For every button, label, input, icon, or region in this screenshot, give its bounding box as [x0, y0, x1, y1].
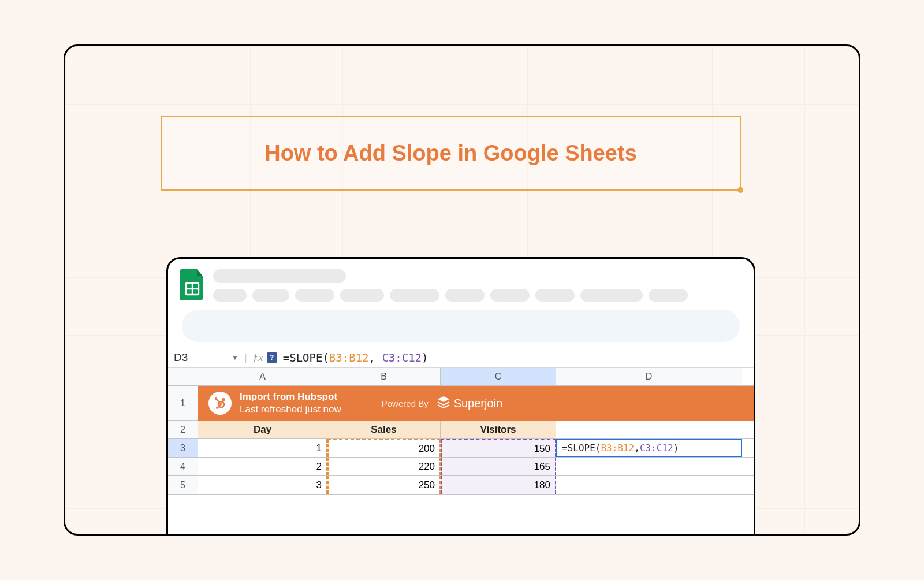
page-title: How to Add Slope in Google Sheets — [264, 141, 637, 166]
column-header-c[interactable]: C — [441, 368, 556, 385]
grid-body: 1 Import from H — [168, 386, 754, 495]
separator: | — [244, 351, 247, 364]
cell-b2[interactable]: Sales — [327, 421, 441, 438]
table-row: 2 Day Sales Visitors — [168, 421, 754, 439]
app-header — [168, 259, 754, 304]
powered-by-label: Powered By — [382, 399, 429, 408]
cell-a5[interactable]: 3 — [198, 476, 327, 494]
menu-placeholder — [580, 289, 643, 302]
header-placeholder-group — [213, 269, 742, 302]
select-all-cell[interactable] — [168, 368, 198, 385]
menu-placeholder — [295, 289, 334, 302]
menu-placeholder — [445, 289, 485, 302]
table-row: 5 3 250 180 — [168, 476, 754, 495]
row-header-2[interactable]: 2 — [168, 421, 198, 438]
formula-help-icon[interactable]: ? — [267, 352, 277, 363]
menu-placeholder — [649, 289, 688, 302]
superjoin-icon — [437, 395, 450, 412]
tutorial-frame: How to Add Slope in Google Sheets — [64, 44, 860, 536]
table-row: 4 2 220 165 — [168, 458, 754, 476]
cell-b4[interactable]: 220 — [327, 458, 441, 475]
menu-placeholder — [340, 289, 384, 302]
cell-d4[interactable] — [556, 458, 742, 475]
title-box: How to Add Slope in Google Sheets — [161, 116, 741, 191]
cell-d5[interactable] — [556, 476, 742, 494]
column-header-b[interactable]: B — [327, 368, 441, 385]
doc-title-placeholder — [213, 269, 346, 283]
row-header-1[interactable]: 1 — [168, 386, 198, 420]
cell-a4[interactable]: 2 — [198, 458, 327, 475]
superjoin-brand: Superjoin — [437, 395, 503, 412]
banner-subtitle: Last refreshed just now — [240, 403, 341, 416]
table-row: 1 Import from H — [168, 386, 754, 421]
menu-placeholder — [390, 289, 439, 302]
cell-c2[interactable]: Visitors — [441, 421, 556, 438]
cell-d3-active[interactable]: =SLOPE(B3:B12, C3:C12) — [556, 439, 742, 457]
menu-placeholder — [490, 289, 530, 302]
cell-d2[interactable] — [556, 421, 742, 438]
banner-title: Import from Hubspot — [240, 391, 341, 403]
name-box[interactable]: D3 — [174, 351, 226, 364]
name-box-caret-icon[interactable]: ▼ — [232, 354, 239, 362]
menu-placeholder — [213, 289, 247, 302]
cell-a2[interactable]: Day — [198, 421, 327, 438]
menu-placeholder — [252, 289, 289, 302]
cell-b5[interactable]: 250 — [327, 476, 441, 494]
sheets-window: D3 ▼ | ƒx ? =SLOPE(B3:B12, C3:C12) A B C… — [166, 257, 755, 536]
cell-b3[interactable]: 200 — [327, 439, 441, 457]
fx-icon: ƒx — [253, 351, 263, 364]
hubspot-icon — [208, 392, 232, 415]
cell-c4[interactable]: 165 — [441, 458, 556, 475]
column-header-d[interactable]: D — [556, 368, 742, 385]
column-headers: A B C D — [168, 368, 754, 386]
superjoin-label: Superjoin — [454, 397, 503, 410]
row-header-5[interactable]: 5 — [168, 476, 198, 494]
cell-c5[interactable]: 180 — [441, 476, 556, 494]
column-header-a[interactable]: A — [198, 368, 327, 385]
import-banner[interactable]: Import from Hubspot Last refreshed just … — [198, 386, 754, 421]
table-row: 3 1 200 150 =SLOPE(B3:B12, C3:C12) — [168, 439, 754, 458]
row-header-3[interactable]: 3 — [168, 439, 198, 457]
toolbar-placeholder — [182, 310, 740, 342]
formula-bar[interactable]: D3 ▼ | ƒx ? =SLOPE(B3:B12, C3:C12) — [168, 348, 754, 368]
row-header-4[interactable]: 4 — [168, 458, 198, 475]
sheets-logo-icon — [180, 269, 205, 300]
cell-a3[interactable]: 1 — [198, 439, 327, 457]
formula-input[interactable]: =SLOPE(B3:B12, C3:C12) — [283, 351, 429, 364]
menu-placeholder — [535, 289, 575, 302]
cell-c3[interactable]: 150 — [441, 439, 556, 457]
banner-text: Import from Hubspot Last refreshed just … — [240, 391, 341, 416]
